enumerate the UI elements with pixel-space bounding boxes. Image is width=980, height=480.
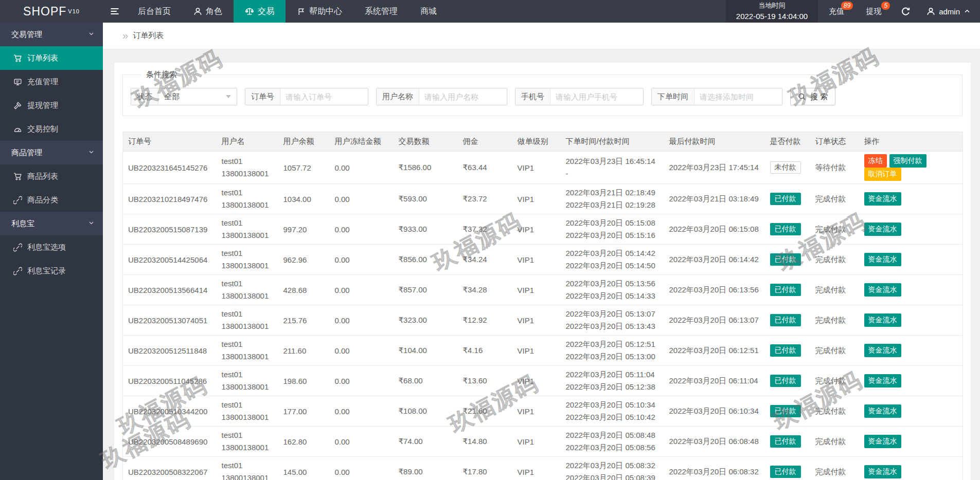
action-button-资金流水[interactable]: 资金流水 (864, 253, 901, 266)
nav-item-帮助中心[interactable]: 帮助中心 (286, 0, 353, 23)
paid-cell: 已付款 (765, 245, 810, 275)
table-row: UB2203210218497476test01138001380011034.… (123, 184, 963, 214)
user-cell: test0113800138001 (217, 152, 278, 184)
order-no-cell: UB2203231645145276 (123, 152, 217, 184)
nav-item-后台首页[interactable]: 后台首页 (127, 0, 182, 23)
search-button[interactable]: 搜 索 (790, 88, 835, 105)
sidebar: 交易管理订单列表充值管理提现管理交易控制商品管理商品列表商品分类利息宝利息宝选项… (0, 23, 103, 480)
search-fieldset: 条件搜索 状态 全部 订单号 (122, 70, 963, 116)
action-button-取消订单[interactable]: 取消订单 (864, 168, 901, 181)
paid-cell: 已付款 (765, 184, 810, 214)
amount-cell: ₹108.00 (394, 396, 458, 427)
last-pay-time-cell: 2022年03月20日 06:15:08 (664, 214, 765, 245)
balance-cell: 177.00 (278, 396, 330, 427)
sidebar-item-label: 提现管理 (27, 101, 58, 110)
actions-cell: 资金流水 (859, 184, 963, 214)
content: 条件搜索 状态 全部 订单号 (103, 50, 980, 480)
actions-cell: 资金流水 (859, 366, 963, 396)
last-pay-time-cell: 2022年03月20日 06:14:42 (664, 245, 765, 275)
search-row: 状态 全部 订单号 用户名称 (131, 88, 954, 105)
recharge-nav-button[interactable]: 充值 89 (818, 0, 855, 23)
action-button-资金流水[interactable]: 资金流水 (864, 344, 901, 357)
nav-item-系统管理[interactable]: 系统管理 (353, 0, 409, 23)
sidebar-section-交易管理[interactable]: 交易管理 (0, 23, 103, 46)
username-group: 用户名称 (376, 88, 507, 105)
paid-status-badge: 已付款 (770, 314, 801, 326)
nav-item-交易[interactable]: 交易 (234, 0, 286, 23)
action-button-资金流水[interactable]: 资金流水 (864, 374, 901, 387)
user-cell: test0113800138001 (217, 396, 278, 427)
order-time-input[interactable] (694, 88, 782, 105)
column-header: 订单状态 (810, 132, 859, 152)
local-time-block: 当地时间 2022-05-19 14:04:00 (726, 0, 818, 23)
paid-status-badge: 未付款 (770, 161, 801, 174)
order-status-cell: 完成付款 (810, 396, 859, 427)
balance-cell: 162.80 (278, 427, 330, 457)
user-cell: test0113800138001 (217, 336, 278, 366)
link-icon (13, 243, 22, 252)
nav-right: 当地时间 2022-05-19 14:04:00 充值 89 提现 5 ad (726, 0, 980, 23)
order-no-cell: UB2203200515087139 (123, 214, 217, 245)
column-header: 佣金 (458, 132, 512, 152)
order-status-cell: 完成付款 (810, 336, 859, 366)
username-label: 用户名称 (377, 88, 419, 105)
frozen-cell: 0.00 (330, 396, 394, 427)
sidebar-item-充值管理[interactable]: 充值管理 (0, 70, 103, 94)
order-time-group: 下单时间 (651, 88, 782, 105)
username-input[interactable] (419, 88, 507, 105)
action-button-资金流水[interactable]: 资金流水 (864, 313, 901, 327)
cart-icon (13, 54, 22, 63)
sidebar-section-商品管理[interactable]: 商品管理 (0, 141, 103, 164)
order-status-cell: 完成付款 (810, 214, 859, 245)
frozen-cell: 0.00 (330, 305, 394, 336)
user-menu[interactable]: admin (919, 0, 980, 23)
phone-input[interactable] (550, 88, 643, 105)
sidebar-item-商品列表[interactable]: 商品列表 (0, 164, 103, 188)
sidebar-item-商品分类[interactable]: 商品分类 (0, 188, 103, 212)
sidebar-item-订单列表[interactable]: 订单列表 (0, 46, 103, 70)
actions-cell: 资金流水 (859, 457, 963, 480)
action-button-资金流水[interactable]: 资金流水 (864, 404, 901, 418)
action-button-冻结[interactable]: 冻结 (864, 154, 887, 168)
order-no-input[interactable] (280, 88, 368, 105)
actions-cell: 资金流水 (859, 245, 963, 275)
nav-item-label: 角色 (206, 6, 222, 17)
refresh-button[interactable] (892, 0, 919, 23)
level-cell: VIP1 (512, 427, 561, 457)
sidebar-section-利息宝[interactable]: 利息宝 (0, 212, 103, 235)
sidebar-item-利息宝记录[interactable]: 利息宝记录 (0, 259, 103, 283)
order-status-cell: 等待付款 (810, 152, 859, 184)
table-row: UB2203200513566414test0113800138001428.6… (123, 275, 963, 305)
frozen-cell: 0.00 (330, 152, 394, 184)
actions-cell: 资金流水 (859, 275, 963, 305)
sidebar-toggle-button[interactable] (103, 0, 127, 23)
paid-status-badge: 已付款 (770, 405, 801, 417)
order-time-label: 下单时间 (652, 88, 694, 105)
column-header: 下单时间/付款时间 (561, 132, 664, 152)
action-button-资金流水[interactable]: 资金流水 (864, 192, 901, 206)
withdraw-nav-button[interactable]: 提现 5 (855, 0, 892, 23)
order-time-cell: 2022年03月21日 02:18:492022年03月21日 02:19:28 (561, 184, 664, 214)
last-pay-time-cell: 2022年03月20日 06:13:56 (664, 275, 765, 305)
status-select[interactable]: 全部 (158, 88, 237, 105)
last-pay-time-cell: 2022年03月20日 06:13:07 (664, 305, 765, 336)
status-group: 状态 全部 (131, 88, 237, 105)
table-header-row: 订单号用户名用户余额用户冻结金额交易数额佣金做单级别下单时间/付款时间最后付款时… (123, 132, 963, 152)
nav-item-商城[interactable]: 商城 (409, 0, 448, 23)
action-button-资金流水[interactable]: 资金流水 (864, 435, 901, 448)
action-button-资金流水[interactable]: 资金流水 (864, 465, 901, 478)
action-button-资金流水[interactable]: 资金流水 (864, 283, 901, 297)
column-header: 操作 (859, 132, 963, 152)
refresh-icon (901, 7, 911, 16)
action-button-资金流水[interactable]: 资金流水 (864, 223, 901, 236)
sidebar-item-利息宝选项[interactable]: 利息宝选项 (0, 235, 103, 259)
balance-cell: 1034.00 (278, 184, 330, 214)
recharge-badge: 89 (841, 2, 853, 10)
sidebar-item-交易控制[interactable]: 交易控制 (0, 117, 103, 141)
paid-status-badge: 已付款 (770, 435, 801, 448)
sidebar-item-提现管理[interactable]: 提现管理 (0, 94, 103, 117)
last-pay-time-cell: 2022年03月20日 06:11:04 (664, 366, 765, 396)
action-button-强制付款[interactable]: 强制付款 (889, 154, 926, 168)
nav-item-角色[interactable]: 角色 (182, 0, 234, 23)
order-time-cell: 2022年03月20日 05:13:072022年03月20日 05:13:43 (561, 305, 664, 336)
